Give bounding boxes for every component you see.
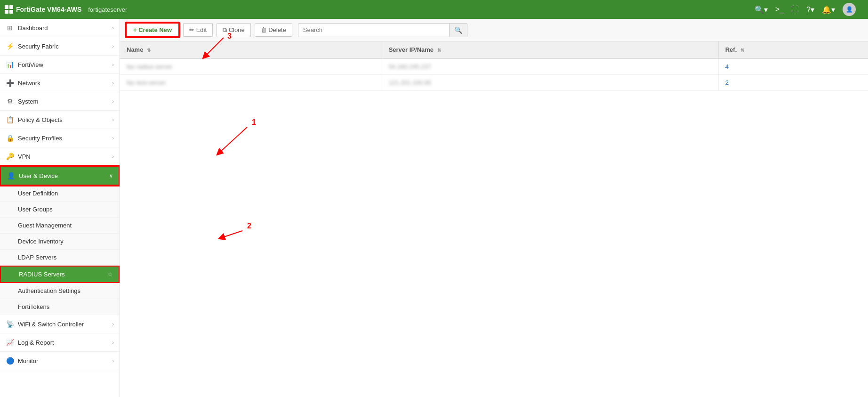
- app-hostname: fortigateserver: [88, 6, 127, 13]
- sidebar-item-label: Dashboard: [18, 24, 48, 32]
- cell-ref[interactable]: 4: [718, 58, 868, 75]
- top-bar: FortiGate VM64-AWS fortigateserver 🔍▾ >_…: [0, 0, 868, 19]
- search-input[interactable]: [298, 24, 449, 36]
- table-header-row: Name ⇅ Server IP/Name ⇅ Ref. ⇅: [120, 41, 868, 58]
- sidebar-item-label: Policy & Objects: [18, 116, 63, 123]
- sidebar-item-label: Security Fabric: [18, 43, 59, 50]
- delete-button[interactable]: 🗑 Delete: [255, 23, 292, 37]
- clone-button[interactable]: ⧉ Clone: [217, 23, 251, 37]
- chevron-right-icon: ›: [112, 340, 114, 345]
- wifi-icon: 📡: [6, 320, 14, 328]
- radius-servers-table: Name ⇅ Server IP/Name ⇅ Ref. ⇅: [120, 41, 868, 91]
- sidebar-sub-label: Guest Management: [18, 222, 72, 229]
- sidebar-item-guest-management[interactable]: Guest Management: [0, 218, 120, 234]
- table-body: fac-radius-server54.160.245.2374fac-test…: [120, 58, 868, 91]
- monitor-icon: 🔵: [6, 356, 14, 365]
- help-icon[interactable]: ?▾: [806, 5, 814, 14]
- sidebar-item-wifi-switch[interactable]: 📡 WiFi & Switch Controller ›: [0, 315, 120, 333]
- log-icon: 📈: [6, 338, 14, 347]
- search-button[interactable]: 🔍: [449, 24, 467, 37]
- sidebar-sub-label: FortiTokens: [18, 303, 49, 310]
- sidebar-item-label: Monitor: [18, 357, 38, 365]
- column-header-name[interactable]: Name ⇅: [120, 41, 382, 58]
- chevron-right-icon: ›: [112, 62, 114, 67]
- table-row[interactable]: fac-radius-server54.160.245.2374: [120, 58, 868, 75]
- sidebar-item-label: VPN: [18, 153, 31, 160]
- sidebar-sub-label: Authentication Settings: [18, 287, 80, 294]
- top-bar-right: 🔍▾ >_ ⛶ ?▾ 🔔▾ 👤: [755, 3, 863, 16]
- cell-server: 54.160.245.237: [382, 58, 718, 75]
- sidebar-item-security-fabric[interactable]: ⚡ Security Fabric ›: [0, 37, 120, 56]
- sidebar-item-label: Log & Report: [18, 339, 54, 346]
- app-logo: FortiGate VM64-AWS fortigateserver: [5, 5, 127, 14]
- sidebar-sub-label: LDAP Servers: [18, 254, 56, 261]
- create-new-button[interactable]: + Create New: [126, 23, 179, 37]
- vpn-icon: 🔑: [6, 152, 14, 161]
- sidebar-item-monitor[interactable]: 🔵 Monitor ›: [0, 352, 120, 370]
- sidebar-item-policy-objects[interactable]: 📋 Policy & Objects ›: [0, 111, 120, 129]
- fullscreen-icon[interactable]: ⛶: [791, 5, 799, 14]
- fortiview-icon: 📊: [6, 60, 14, 69]
- toolbar: + Create New ✏ Edit ⧉ Clone 🗑 Delete 🔍: [120, 19, 868, 41]
- chevron-down-icon: ∨: [109, 173, 113, 179]
- star-icon[interactable]: ☆: [107, 271, 113, 278]
- sort-icon: ⇅: [740, 48, 744, 53]
- main-layout: ⊞ Dashboard › ⚡ Security Fabric › 📊 Fort…: [0, 19, 868, 397]
- network-icon: ➕: [6, 79, 14, 87]
- security-fabric-icon: ⚡: [6, 42, 14, 50]
- bell-icon[interactable]: 🔔▾: [822, 5, 835, 14]
- column-header-server[interactable]: Server IP/Name ⇅: [382, 41, 718, 58]
- sidebar-item-log-report[interactable]: 📈 Log & Report ›: [0, 333, 120, 352]
- sidebar-item-network[interactable]: ➕ Network ›: [0, 74, 120, 92]
- user-device-submenu: User Definition User Groups Guest Manage…: [0, 186, 120, 315]
- sidebar-item-label: Network: [18, 80, 40, 87]
- user-avatar[interactable]: 👤: [843, 3, 856, 16]
- terminal-icon[interactable]: >_: [775, 5, 784, 14]
- sidebar-item-security-profiles[interactable]: 🔒 Security Profiles ›: [0, 129, 120, 147]
- table-row[interactable]: fac-test-server121.201.100.952: [120, 75, 868, 91]
- sidebar-item-fortitokens[interactable]: FortiTokens: [0, 299, 120, 315]
- sidebar-item-label: User & Device: [19, 172, 58, 179]
- sidebar-item-user-definition[interactable]: User Definition: [0, 186, 120, 202]
- table-container: Name ⇅ Server IP/Name ⇅ Ref. ⇅: [120, 41, 868, 397]
- policy-icon: 📋: [6, 115, 14, 124]
- sidebar-item-label: Security Profiles: [18, 135, 62, 142]
- chevron-right-icon: ›: [112, 98, 114, 104]
- sidebar-sub-label: Device Inventory: [18, 238, 64, 245]
- cell-ref[interactable]: 2: [718, 75, 868, 91]
- cell-name: fac-radius-server: [120, 58, 382, 75]
- sidebar: ⊞ Dashboard › ⚡ Security Fabric › 📊 Fort…: [0, 19, 120, 397]
- chevron-right-icon: ›: [112, 80, 114, 86]
- top-bar-left: FortiGate VM64-AWS fortigateserver: [5, 5, 127, 14]
- system-icon: ⚙: [6, 97, 14, 105]
- cell-name: fac-test-server: [120, 75, 382, 91]
- sidebar-item-user-groups[interactable]: User Groups: [0, 202, 120, 218]
- edit-button[interactable]: ✏ Edit: [183, 23, 213, 37]
- sidebar-sub-label: User Groups: [18, 206, 53, 213]
- dashboard-icon: ⊞: [6, 24, 14, 32]
- chevron-right-icon: ›: [112, 135, 114, 141]
- user-device-icon: 👤: [7, 171, 15, 180]
- content-area: + Create New ✏ Edit ⧉ Clone 🗑 Delete 🔍: [120, 19, 868, 397]
- sort-icon: ⇅: [437, 48, 441, 53]
- security-profiles-icon: 🔒: [6, 134, 14, 142]
- sidebar-item-fortiview[interactable]: 📊 FortiView ›: [0, 56, 120, 74]
- sort-icon: ⇅: [147, 48, 151, 53]
- sidebar-item-label: System: [18, 98, 38, 105]
- cell-server: 121.201.100.95: [382, 75, 718, 91]
- sidebar-item-vpn[interactable]: 🔑 VPN ›: [0, 147, 120, 166]
- sidebar-sub-label: User Definition: [18, 190, 58, 197]
- chevron-right-icon: ›: [112, 321, 114, 327]
- chevron-right-icon: ›: [112, 358, 114, 364]
- column-header-ref[interactable]: Ref. ⇅: [718, 41, 868, 58]
- sidebar-item-system[interactable]: ⚙ System ›: [0, 92, 120, 111]
- chevron-right-icon: ›: [112, 43, 114, 49]
- sidebar-item-dashboard[interactable]: ⊞ Dashboard ›: [0, 19, 120, 37]
- sidebar-item-radius-servers[interactable]: RADIUS Servers ☆: [0, 266, 120, 283]
- sidebar-item-user-device[interactable]: 👤 User & Device ∨: [0, 166, 120, 186]
- sidebar-item-device-inventory[interactable]: Device Inventory: [0, 234, 120, 250]
- chevron-right-icon: ›: [112, 25, 114, 31]
- sidebar-item-ldap-servers[interactable]: LDAP Servers: [0, 250, 120, 266]
- search-icon[interactable]: 🔍▾: [755, 5, 768, 14]
- sidebar-item-authentication-settings[interactable]: Authentication Settings: [0, 283, 120, 299]
